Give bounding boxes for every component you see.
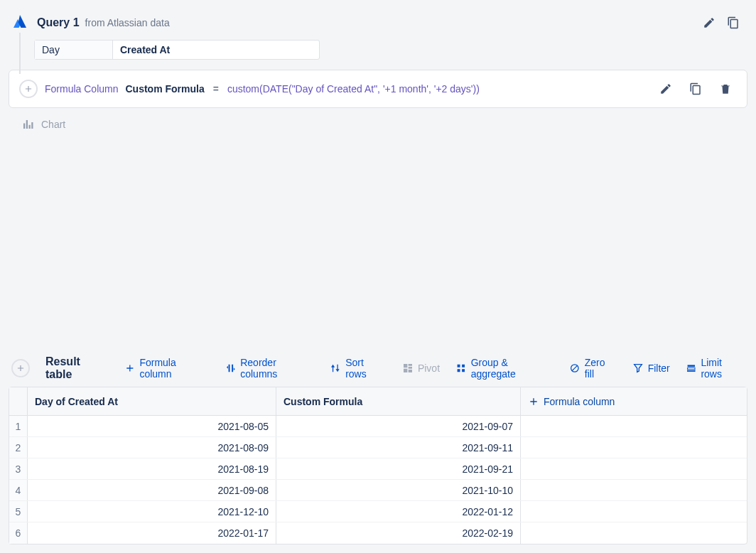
cell-empty — [521, 501, 747, 522]
add-formula-column-header[interactable]: Formula column — [528, 396, 615, 407]
copy-query-button[interactable] — [722, 11, 745, 34]
cell-day: 2021-12-10 — [28, 501, 276, 522]
cell-day: 2021-08-09 — [28, 437, 276, 458]
equals-sign: = — [212, 83, 220, 95]
col-header-index — [9, 387, 28, 415]
table-row[interactable]: 42021-09-082021-10-10 — [9, 480, 747, 501]
col-header-add: Formula column — [521, 387, 747, 415]
cell-day: 2021-08-19 — [28, 458, 276, 479]
row-index: 2 — [9, 437, 28, 458]
table-row[interactable]: 52021-12-102022-01-12 — [9, 501, 747, 522]
add-step-button[interactable] — [19, 80, 38, 98]
table-row[interactable]: 22021-08-092021-09-11 — [9, 437, 747, 458]
formula-type-label: Formula Column — [45, 83, 118, 95]
svg-rect-4 — [687, 370, 694, 371]
action-sort-rows[interactable]: Sort rows — [330, 357, 386, 380]
atlassian-logo-icon — [11, 13, 28, 30]
action-filter[interactable]: Filter — [632, 363, 670, 374]
cell-empty — [521, 480, 747, 500]
cell-day: 2021-09-08 — [28, 480, 276, 500]
action-group-aggregate[interactable]: Group & aggregate — [455, 357, 554, 380]
pill-day[interactable]: Day — [35, 41, 113, 59]
cell-formula: 2022-01-12 — [276, 501, 521, 522]
formula-name: Custom Formula — [125, 83, 204, 95]
cell-formula: 2021-09-07 — [276, 416, 521, 436]
col-header-formula[interactable]: Custom Formula — [276, 387, 521, 415]
edit-formula-button[interactable] — [654, 77, 677, 100]
cell-formula: 2021-09-21 — [276, 458, 521, 479]
table-row[interactable]: 32021-08-192021-09-21 — [9, 458, 747, 480]
table-row[interactable]: 62022-01-172022-02-19 — [9, 522, 747, 544]
query-subtitle: from Atlassian data — [85, 17, 170, 28]
table-row[interactable]: 12021-08-052021-09-07 — [9, 416, 747, 437]
svg-rect-3 — [687, 367, 694, 370]
query-title[interactable]: Query 1 — [37, 16, 80, 29]
row-index: 1 — [9, 416, 28, 436]
delete-formula-button[interactable] — [714, 77, 737, 100]
row-index: 4 — [9, 480, 28, 500]
action-zero-fill[interactable]: Zero fill — [569, 357, 616, 380]
row-index: 5 — [9, 501, 28, 522]
cell-formula: 2022-02-19 — [276, 522, 521, 544]
cell-empty — [521, 437, 747, 458]
col-header-day[interactable]: Day of Created At — [28, 387, 276, 415]
svg-rect-2 — [687, 365, 694, 367]
chart-icon — [21, 118, 34, 131]
action-limit-rows[interactable]: Limit rows — [686, 357, 745, 380]
cell-empty — [521, 416, 747, 436]
cell-day: 2021-08-05 — [28, 416, 276, 436]
row-index: 6 — [9, 522, 28, 544]
svg-line-1 — [572, 365, 578, 371]
chart-label: Chart — [41, 119, 65, 130]
edit-query-button[interactable] — [698, 11, 720, 34]
add-result-step-button[interactable] — [11, 359, 30, 377]
query-fields[interactable]: Day Created At — [34, 40, 320, 60]
cell-day: 2022-01-17 — [28, 522, 276, 544]
result-title: Result table — [45, 355, 109, 381]
cell-empty — [521, 522, 747, 544]
pill-field[interactable]: Created At — [113, 41, 319, 59]
timeline-connector — [19, 33, 21, 74]
row-index: 3 — [9, 458, 28, 479]
action-pivot: Pivot — [402, 363, 440, 374]
action-formula-column[interactable]: Formula column — [124, 357, 210, 380]
cell-empty — [521, 458, 747, 479]
copy-formula-button[interactable] — [684, 77, 707, 100]
cell-formula: 2021-10-10 — [276, 480, 521, 500]
result-table: Day of Created At Custom Formula Formula… — [9, 387, 747, 544]
chart-step[interactable]: Chart — [9, 114, 747, 135]
cell-formula: 2021-09-11 — [276, 437, 521, 458]
formula-code: custom(DATE("Day of Created At", '+1 mon… — [227, 83, 480, 95]
action-reorder-columns[interactable]: Reorder columns — [225, 357, 315, 380]
formula-row[interactable]: Formula Column Custom Formula = custom(D… — [9, 70, 747, 108]
